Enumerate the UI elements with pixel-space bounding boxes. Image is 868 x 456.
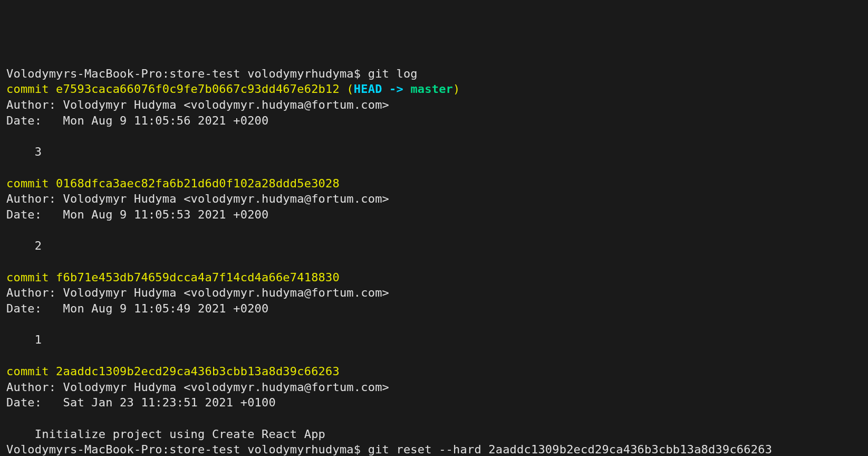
- commit-message: Initialize project using Create React Ap…: [6, 428, 325, 441]
- command-text: git reset --hard 2aaddc1309b2ecd29ca436b…: [368, 443, 772, 456]
- date-line: Date: Mon Aug 9 11:05:56 2021 +0200: [6, 114, 268, 127]
- shell-prompt: Volodymyrs-MacBook-Pro:store-test volody…: [6, 443, 368, 456]
- author-line: Author: Volodymyr Hudyma <volodymyr.hudy…: [6, 381, 389, 394]
- ref-paren-open: (: [340, 82, 354, 96]
- commit-message: 2: [6, 239, 42, 252]
- shell-prompt: Volodymyrs-MacBook-Pro:store-test volody…: [6, 67, 368, 80]
- branch-ref: master: [410, 82, 453, 96]
- date-line: Date: Mon Aug 9 11:05:49 2021 +0200: [6, 302, 268, 315]
- date-line: Date: Mon Aug 9 11:05:53 2021 +0200: [6, 208, 268, 221]
- terminal-output[interactable]: Volodymyrs-MacBook-Pro:store-test volody…: [6, 66, 862, 456]
- commit-hash-line: commit 0168dfca3aec82fa6b21d6d0f102a28dd…: [6, 177, 340, 190]
- ref-paren-close: ): [453, 82, 460, 96]
- commit-hash-line: commit 2aaddc1309b2ecd29ca436b3cbb13a8d3…: [6, 365, 340, 378]
- command-text: git log: [368, 67, 418, 80]
- commit-hash-line: commit f6b71e453db74659dcca4a7f14cd4a66e…: [6, 271, 340, 284]
- author-line: Author: Volodymyr Hudyma <volodymyr.hudy…: [6, 286, 389, 299]
- head-ref: HEAD ->: [354, 82, 411, 96]
- commit-message: 1: [6, 333, 42, 346]
- commit-message: 3: [6, 145, 42, 158]
- date-line: Date: Sat Jan 23 11:23:51 2021 +0100: [6, 396, 276, 409]
- author-line: Author: Volodymyr Hudyma <volodymyr.hudy…: [6, 98, 389, 111]
- author-line: Author: Volodymyr Hudyma <volodymyr.hudy…: [6, 192, 389, 205]
- commit-hash-line: commit e7593caca66076f0c9fe7b0667c93dd46…: [6, 82, 340, 96]
